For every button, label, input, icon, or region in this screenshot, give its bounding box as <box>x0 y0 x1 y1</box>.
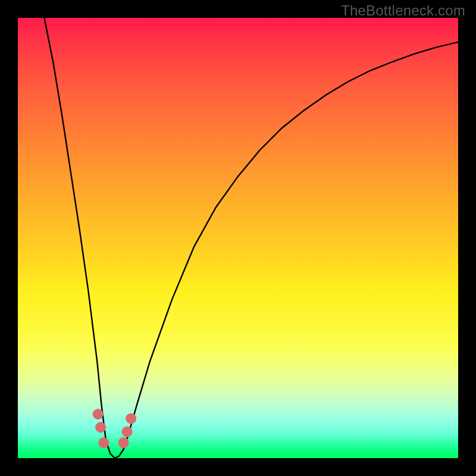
curve-marker <box>118 437 129 448</box>
curve-marker <box>98 437 109 448</box>
curve-marker <box>93 409 104 419</box>
chart-container: TheBottleneck.com <box>0 0 476 476</box>
curve-marker <box>122 427 133 437</box>
watermark-text: TheBottleneck.com <box>341 2 465 19</box>
marker-group <box>93 409 137 448</box>
curve-layer <box>18 18 458 458</box>
curve-marker <box>95 422 106 433</box>
bottleneck-curve <box>44 18 458 458</box>
curve-marker <box>126 413 136 424</box>
plot-area <box>18 18 458 458</box>
